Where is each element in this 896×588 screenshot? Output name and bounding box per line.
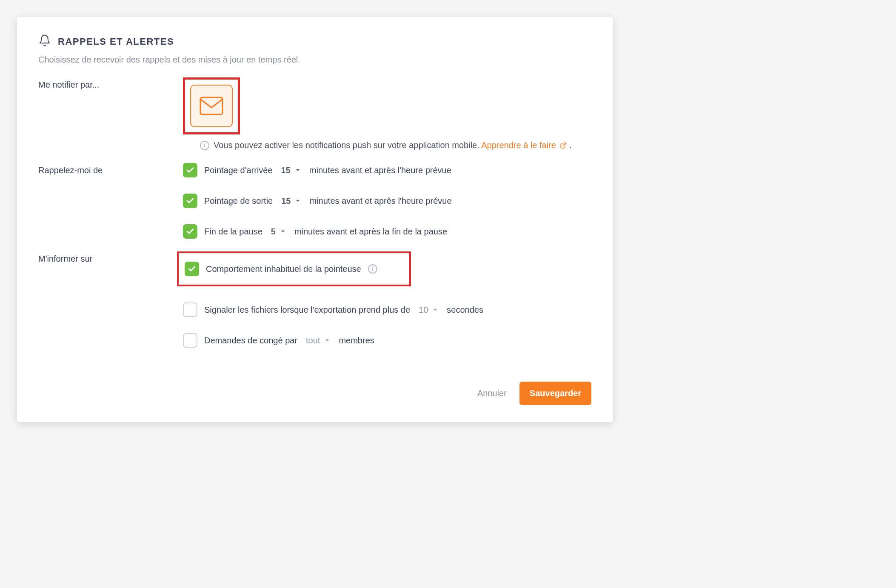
remind-checkout: Pointage de sortie 15 minutes avant et a… xyxy=(183,194,591,208)
inform-leave-checkbox[interactable] xyxy=(183,333,197,348)
svg-rect-0 xyxy=(200,97,223,114)
check-icon xyxy=(186,227,194,236)
push-info-line: i Vous pouvez activer les notifications … xyxy=(200,140,591,150)
cancel-button[interactable]: Annuler xyxy=(477,388,507,398)
notify-by-row: Me notifier par... i Vous pouvez activer… xyxy=(38,77,591,150)
inform-export-checkbox[interactable] xyxy=(183,303,197,317)
notify-by-label: Me notifier par... xyxy=(38,77,183,90)
panel-subtitle: Choisissez de recevoir des rappels et de… xyxy=(38,55,591,65)
chevron-down-icon xyxy=(295,167,301,173)
remind-checkout-checkbox[interactable] xyxy=(183,194,197,208)
remind-break-checkbox[interactable] xyxy=(183,224,197,239)
info-icon: i xyxy=(200,141,209,150)
remind-break-end: Fin de la pause 5 minutes avant et après… xyxy=(183,224,591,239)
inform-me-row: M'informer sur Comportement inhabituel d… xyxy=(38,251,591,348)
check-icon xyxy=(188,265,196,273)
check-icon xyxy=(186,197,194,205)
external-link-icon xyxy=(560,142,567,149)
inform-me-label: M'informer sur xyxy=(38,251,183,264)
remind-checkin-minutes-dropdown[interactable]: 15 xyxy=(281,166,301,175)
inform-export-files: Signaler les fichiers lorsque l'exportat… xyxy=(183,303,591,317)
email-channel-toggle[interactable] xyxy=(190,85,233,127)
check-icon xyxy=(186,166,194,174)
panel-header: RAPPELS ET ALERTES xyxy=(38,34,591,49)
info-icon[interactable]: i xyxy=(368,264,377,274)
chevron-down-icon xyxy=(280,228,286,234)
reminders-alerts-panel: RAPPELS ET ALERTES Choisissez de recevoi… xyxy=(17,17,613,422)
bell-icon xyxy=(38,34,51,49)
save-button[interactable]: Sauvegarder xyxy=(519,382,591,405)
remind-checkout-minutes-dropdown[interactable]: 15 xyxy=(281,196,301,206)
learn-how-link[interactable]: Apprendre à le faire xyxy=(481,140,569,150)
remind-me-label: Rappelez-moi de xyxy=(38,163,183,175)
svg-line-1 xyxy=(563,143,566,146)
inform-unusual-checkbox[interactable] xyxy=(185,262,199,276)
remind-checkin: Pointage d'arrivée 15 minutes avant et a… xyxy=(183,163,591,177)
remind-me-row: Rappelez-moi de Pointage d'arrivée 15 mi… xyxy=(38,163,591,239)
remind-break-minutes-dropdown[interactable]: 5 xyxy=(271,227,286,237)
panel-title: RAPPELS ET ALERTES xyxy=(58,36,174,47)
footer-actions: Annuler Sauvegarder xyxy=(38,382,591,405)
push-info-text: Vous pouvez activer les notifications pu… xyxy=(214,140,481,150)
chevron-down-icon xyxy=(432,307,438,313)
inform-leave-requests: Demandes de congé par tout membres xyxy=(183,333,591,348)
chevron-down-icon xyxy=(295,198,301,204)
period: . xyxy=(569,140,572,150)
inform-export-seconds-dropdown[interactable]: 10 xyxy=(419,305,438,315)
remind-checkin-checkbox[interactable] xyxy=(183,163,197,177)
inform-leave-members-dropdown[interactable]: tout xyxy=(306,336,330,345)
highlight-email-channel xyxy=(183,77,240,134)
chevron-down-icon xyxy=(324,337,330,343)
envelope-icon xyxy=(200,97,223,115)
inform-unusual-behavior: Comportement inhabituel de la pointeuse … xyxy=(177,251,411,286)
